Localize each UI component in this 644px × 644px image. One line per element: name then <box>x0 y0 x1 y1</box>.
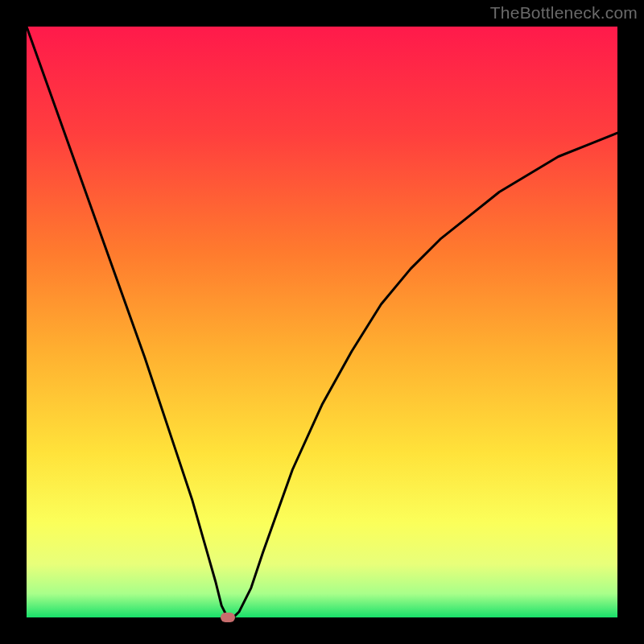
optimum-marker <box>221 613 235 622</box>
bottleneck-curve <box>27 27 617 617</box>
plot-area <box>27 27 617 617</box>
chart-frame: TheBottleneck.com <box>0 0 644 644</box>
watermark-text: TheBottleneck.com <box>490 3 638 23</box>
curve-layer <box>27 27 617 617</box>
